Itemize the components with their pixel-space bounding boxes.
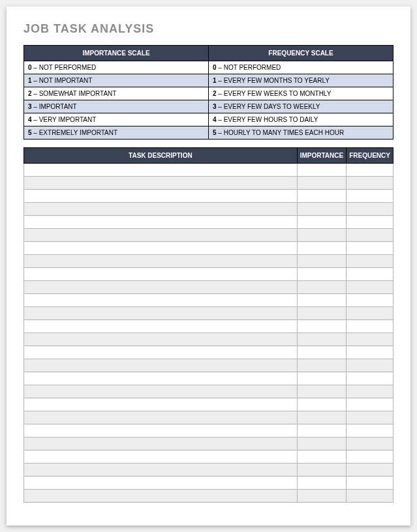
task-row	[24, 255, 394, 268]
task-frequency-cell[interactable]	[347, 203, 394, 216]
task-frequency-cell[interactable]	[347, 346, 394, 359]
task-frequency-cell[interactable]	[347, 398, 394, 411]
task-importance-cell[interactable]	[297, 411, 346, 424]
task-description-cell[interactable]	[24, 242, 298, 255]
task-importance-cell[interactable]	[297, 294, 346, 307]
task-row	[24, 320, 394, 333]
task-description-header: TASK DESCRIPTION	[24, 148, 298, 164]
task-frequency-cell[interactable]	[347, 281, 394, 294]
task-importance-cell[interactable]	[297, 203, 346, 216]
task-frequency-cell[interactable]	[347, 216, 394, 229]
frequency-scale-text: – HOURLY TO MANY TIMES EACH HOUR	[217, 129, 345, 136]
task-frequency-cell[interactable]	[347, 294, 394, 307]
task-description-cell[interactable]	[24, 437, 298, 451]
frequency-scale-cell: 1 – EVERY FEW MONTHS TO YEARLY	[209, 74, 394, 87]
task-row	[24, 477, 394, 490]
task-row	[24, 307, 394, 320]
task-frequency-cell[interactable]	[347, 411, 394, 424]
task-description-cell[interactable]	[24, 424, 298, 437]
task-row	[24, 294, 394, 307]
task-frequency-cell[interactable]	[347, 190, 394, 203]
task-importance-cell[interactable]	[297, 268, 346, 281]
task-importance-cell[interactable]	[297, 190, 346, 203]
task-importance-cell[interactable]	[297, 451, 346, 464]
task-importance-cell[interactable]	[297, 424, 346, 437]
task-description-cell[interactable]	[24, 333, 298, 346]
task-frequency-cell[interactable]	[347, 464, 394, 477]
task-description-cell[interactable]	[24, 216, 298, 229]
task-description-cell[interactable]	[24, 385, 298, 398]
task-importance-cell[interactable]	[297, 398, 346, 411]
task-description-cell[interactable]	[24, 190, 298, 203]
task-description-cell[interactable]	[24, 164, 298, 177]
task-frequency-cell[interactable]	[347, 333, 394, 346]
task-importance-cell[interactable]	[297, 490, 346, 503]
task-frequency-cell[interactable]	[347, 164, 394, 177]
task-importance-cell[interactable]	[297, 359, 346, 372]
task-description-cell[interactable]	[24, 294, 298, 307]
task-frequency-cell[interactable]	[347, 372, 394, 385]
task-importance-cell[interactable]	[297, 346, 346, 359]
task-row	[24, 333, 394, 346]
task-importance-cell[interactable]	[297, 385, 346, 398]
importance-scale-cell: 1 – NOT IMPORTANT	[24, 74, 209, 87]
task-description-cell[interactable]	[24, 307, 298, 320]
task-frequency-cell[interactable]	[347, 242, 394, 255]
page-title: JOB TASK ANALYSIS	[23, 22, 394, 36]
task-description-cell[interactable]	[24, 177, 298, 190]
task-description-cell[interactable]	[24, 451, 298, 464]
scale-row: 1 – NOT IMPORTANT1 – EVERY FEW MONTHS TO…	[24, 74, 394, 87]
importance-scale-cell: 4 – VERY IMPORTANT	[24, 113, 209, 126]
scale-row: 3 – IMPORTANT3 – EVERY FEW DAYS TO WEEKL…	[24, 100, 394, 113]
task-description-cell[interactable]	[24, 464, 298, 477]
task-importance-cell[interactable]	[297, 229, 346, 242]
task-description-cell[interactable]	[24, 372, 298, 385]
task-description-cell[interactable]	[24, 229, 298, 242]
task-importance-cell[interactable]	[297, 307, 346, 320]
task-frequency-cell[interactable]	[347, 307, 394, 320]
task-frequency-cell[interactable]	[347, 490, 394, 503]
task-frequency-cell[interactable]	[347, 385, 394, 398]
task-importance-cell[interactable]	[297, 177, 346, 190]
task-frequency-cell[interactable]	[347, 424, 394, 437]
importance-scale-text: – VERY IMPORTANT	[32, 116, 97, 123]
task-importance-cell[interactable]	[297, 464, 346, 477]
task-description-cell[interactable]	[24, 255, 298, 268]
task-description-cell[interactable]	[24, 411, 298, 424]
task-description-cell[interactable]	[24, 490, 298, 503]
task-importance-cell[interactable]	[297, 477, 346, 490]
task-frequency-cell[interactable]	[347, 229, 394, 242]
task-description-cell[interactable]	[24, 359, 298, 372]
task-description-cell[interactable]	[24, 281, 298, 294]
task-frequency-cell[interactable]	[347, 359, 394, 372]
task-description-cell[interactable]	[24, 398, 298, 411]
importance-scale-cell: 3 – IMPORTANT	[24, 100, 209, 113]
task-importance-cell[interactable]	[297, 372, 346, 385]
task-frequency-cell[interactable]	[347, 437, 394, 451]
task-frequency-cell[interactable]	[347, 255, 394, 268]
task-importance-cell[interactable]	[297, 242, 346, 255]
task-description-cell[interactable]	[24, 268, 298, 281]
task-importance-cell[interactable]	[297, 281, 346, 294]
task-importance-cell[interactable]	[297, 437, 346, 451]
task-frequency-cell[interactable]	[347, 177, 394, 190]
task-importance-cell[interactable]	[297, 333, 346, 346]
task-importance-cell[interactable]	[297, 320, 346, 333]
task-importance-cell[interactable]	[297, 255, 346, 268]
task-frequency-cell[interactable]	[347, 320, 394, 333]
task-description-cell[interactable]	[24, 346, 298, 359]
task-importance-cell[interactable]	[297, 164, 346, 177]
task-row	[24, 216, 394, 229]
task-frequency-cell[interactable]	[347, 477, 394, 490]
task-description-cell[interactable]	[24, 477, 298, 490]
frequency-scale-text: – EVERY FEW DAYS TO WEEKLY	[217, 103, 320, 110]
task-frequency-cell[interactable]	[347, 268, 394, 281]
task-row	[24, 437, 394, 451]
task-row	[24, 372, 394, 385]
task-row	[24, 190, 394, 203]
task-row	[24, 464, 394, 477]
task-description-cell[interactable]	[24, 320, 298, 333]
task-importance-cell[interactable]	[297, 216, 346, 229]
task-frequency-cell[interactable]	[347, 451, 394, 464]
task-description-cell[interactable]	[24, 203, 298, 216]
